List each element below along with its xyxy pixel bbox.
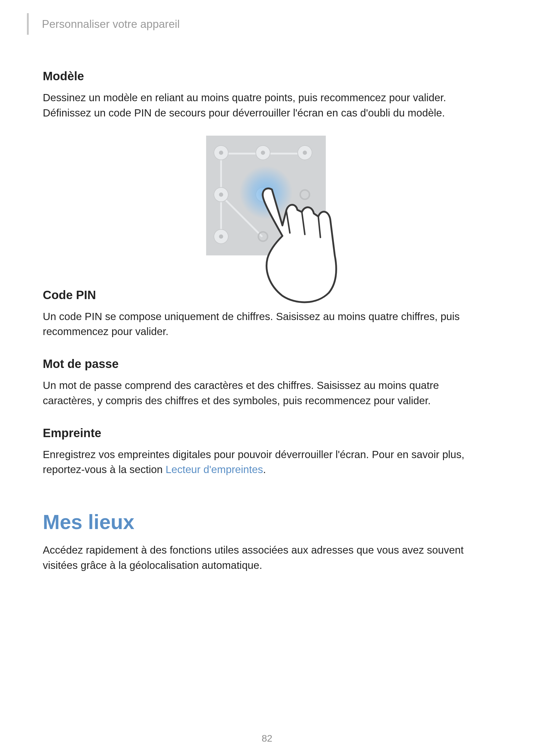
- section-title-empreinte: Empreinte: [43, 426, 489, 440]
- breadcrumb: Personnaliser votre appareil: [42, 18, 489, 31]
- section-body-meslieux: Accédez rapidement à des fonctions utile…: [43, 543, 489, 573]
- section-body-codepin: Un code PIN se compose uniquement de chi…: [43, 309, 489, 339]
- section-body-empreinte: Enregistrez vos empreintes digitales pou…: [43, 447, 489, 477]
- section-title-modele: Modèle: [43, 69, 489, 83]
- header-rule: [27, 13, 29, 35]
- link-lecteur-empreintes[interactable]: Lecteur d'empreintes: [165, 464, 263, 475]
- pattern-illustration: [43, 136, 489, 256]
- page-number: 82: [0, 733, 534, 744]
- section-title-motdepasse: Mot de passe: [43, 357, 489, 371]
- section-body-motdepasse: Un mot de passe comprend des caractères …: [43, 378, 489, 408]
- section-body-modele: Dessinez un modèle en reliant au moins q…: [43, 90, 489, 121]
- section-title-codepin: Code PIN: [43, 288, 489, 302]
- empreinte-text-post: .: [263, 464, 266, 475]
- page-header: Personnaliser votre appareil: [42, 18, 489, 31]
- section-title-meslieux: Mes lieux: [43, 510, 489, 533]
